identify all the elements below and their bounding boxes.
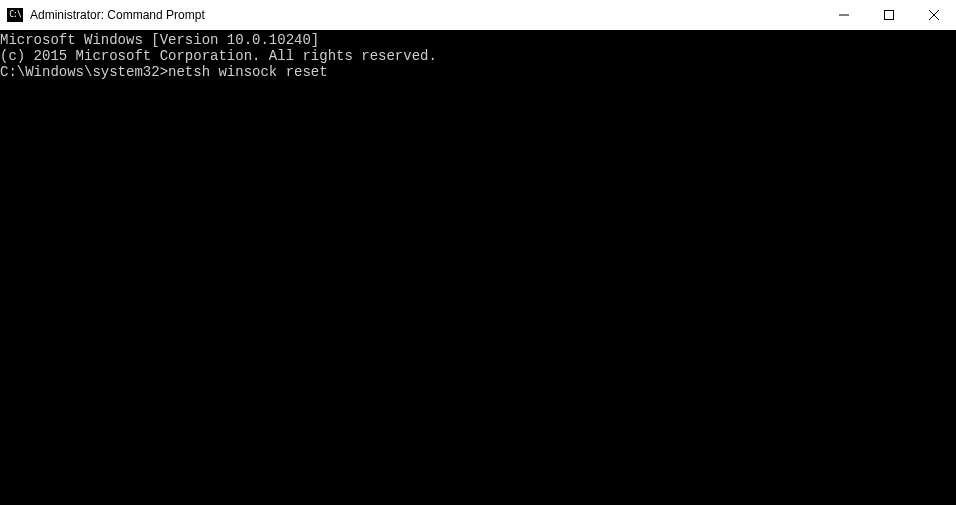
maximize-icon <box>884 10 894 20</box>
terminal-prompt: C:\Windows\system32> <box>0 64 168 80</box>
minimize-icon <box>839 10 849 20</box>
titlebar: C:\ Administrator: Command Prompt <box>0 0 956 30</box>
terminal-area[interactable]: Microsoft Windows [Version 10.0.10240](c… <box>0 30 956 505</box>
cmd-icon: C:\ <box>7 8 23 22</box>
close-icon <box>929 10 939 20</box>
terminal-output-line: Microsoft Windows [Version 10.0.10240] <box>0 32 956 48</box>
svg-rect-1 <box>884 11 893 20</box>
minimize-button[interactable] <box>821 0 866 30</box>
close-button[interactable] <box>911 0 956 30</box>
window-controls <box>821 0 956 30</box>
maximize-button[interactable] <box>866 0 911 30</box>
terminal-command-line: C:\Windows\system32>netsh winsock reset <box>0 64 956 80</box>
window-title: Administrator: Command Prompt <box>30 8 205 22</box>
terminal-output-line: (c) 2015 Microsoft Corporation. All righ… <box>0 48 956 64</box>
terminal-input-command: netsh winsock reset <box>168 64 328 80</box>
